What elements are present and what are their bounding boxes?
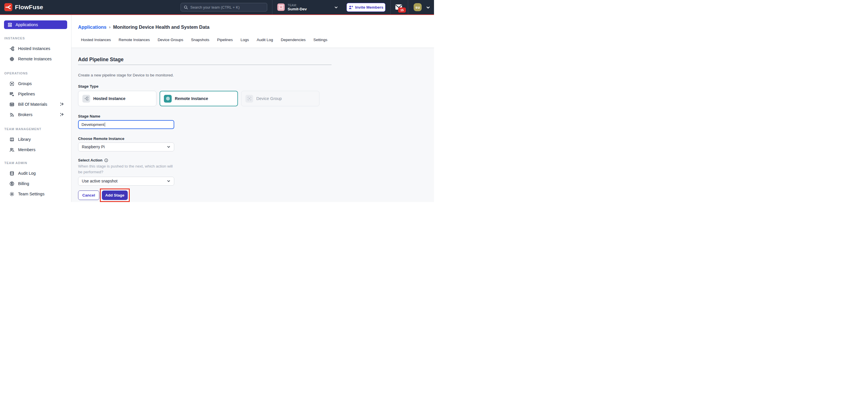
page-title: Monitoring Device Health and System Data bbox=[113, 24, 210, 30]
top-navbar: FlowFuse Search your team (CTRL + K) bbox=[0, 0, 434, 15]
sidebar-item-audit-log[interactable]: Audit Log bbox=[0, 168, 71, 178]
stage-type-remote-instance[interactable]: Remote Instance bbox=[160, 91, 238, 106]
applications-grid-icon bbox=[7, 22, 12, 27]
stage-name-input[interactable]: Development bbox=[78, 120, 174, 129]
remote-instance-select[interactable]: Raspberry Pi bbox=[78, 143, 174, 151]
add-stage-button[interactable]: Add Stage bbox=[102, 191, 128, 200]
brand-name: FlowFuse bbox=[15, 4, 43, 11]
notification-count-badge: 15 bbox=[398, 7, 406, 12]
team-name: Sumit-Dev bbox=[288, 7, 307, 11]
bill-of-materials-table-icon bbox=[9, 102, 14, 107]
search-icon bbox=[184, 5, 188, 9]
brand[interactable]: FlowFuse bbox=[4, 0, 43, 15]
audit-log-database-icon bbox=[9, 171, 14, 176]
sidebar-item-label: Hosted Instances bbox=[18, 46, 50, 51]
sidebar-item-bill-of-materials[interactable]: Bill Of Materials bbox=[0, 99, 71, 110]
sidebar-section-team-admin: TEAM ADMIN bbox=[4, 161, 71, 165]
brokers-rss-icon bbox=[9, 112, 14, 117]
team-switcher[interactable]: TEAM: Sumit-Dev bbox=[277, 3, 307, 11]
sidebar-item-label: Team Settings bbox=[18, 192, 44, 196]
sparkles-icon bbox=[60, 102, 64, 107]
gear-icon bbox=[9, 192, 14, 197]
select-action-help-text: When this stage is pushed to the next, w… bbox=[78, 164, 178, 175]
hosted-instance-icon bbox=[82, 95, 90, 103]
sidebar-item-billing[interactable]: Billing bbox=[0, 178, 71, 189]
select-action-label-text: Select Action bbox=[78, 158, 102, 163]
sidebar-item-label: Library bbox=[18, 137, 31, 142]
sidebar-item-label: Remote Instances bbox=[18, 57, 52, 61]
remote-instance-icon bbox=[164, 95, 172, 103]
form-actions: Cancel Add Stage bbox=[78, 189, 434, 202]
tab-settings[interactable]: Settings bbox=[313, 37, 328, 42]
sidebar-section-team-management: TEAM MANAGEMENT bbox=[4, 127, 71, 131]
breadcrumb-applications-link[interactable]: Applications bbox=[78, 24, 106, 30]
text-cursor bbox=[105, 122, 105, 127]
sidebar-item-team-settings[interactable]: Team Settings bbox=[0, 189, 71, 199]
sidebar-item-label: Bill Of Materials bbox=[18, 102, 48, 107]
sidebar-item-library[interactable]: Library bbox=[0, 134, 71, 145]
flowfuse-logo-icon bbox=[4, 3, 12, 11]
select-action-label: Select Action bbox=[78, 158, 434, 163]
cancel-button[interactable]: Cancel bbox=[78, 191, 99, 200]
sidebar-item-hosted-instances[interactable]: Hosted Instances bbox=[0, 44, 71, 54]
stage-type-device-group: Device Group bbox=[241, 91, 319, 106]
hosted-instances-branch-icon bbox=[9, 46, 14, 51]
sidebar-item-label: Groups bbox=[18, 81, 32, 86]
info-icon[interactable] bbox=[104, 158, 108, 162]
tab-remote-instances[interactable]: Remote Instances bbox=[119, 37, 150, 42]
sidebar-item-label: Brokers bbox=[18, 112, 32, 117]
stage-name-value: Development bbox=[82, 122, 104, 127]
form-description: Create a new pipeline stage for Device t… bbox=[78, 73, 434, 78]
sidebar-item-groups[interactable]: Groups bbox=[0, 79, 71, 89]
sidebar-section-instances: INSTANCES bbox=[4, 36, 71, 40]
sidebar-item-pipelines[interactable]: Pipelines bbox=[0, 89, 71, 99]
team-chevron-down-icon[interactable] bbox=[334, 5, 338, 9]
sidebar-item-members[interactable]: Members bbox=[0, 145, 71, 155]
tab-audit-log[interactable]: Audit Log bbox=[257, 37, 273, 42]
sidebar-item-label: Pipelines bbox=[18, 92, 35, 96]
action-value: Use active snapshot bbox=[82, 179, 117, 183]
breadcrumb: Applications › Monitoring Device Health … bbox=[78, 24, 434, 30]
action-select[interactable]: Use active snapshot bbox=[78, 177, 174, 185]
sidebar: Applications INSTANCES Hosted Instances bbox=[0, 15, 71, 202]
stage-type-option-label: Remote Instance bbox=[175, 96, 208, 101]
tab-device-groups[interactable]: Device Groups bbox=[158, 37, 183, 42]
tab-dependencies[interactable]: Dependencies bbox=[281, 37, 305, 42]
team-avatar bbox=[277, 3, 285, 11]
sidebar-item-remote-instances[interactable]: Remote Instances bbox=[0, 54, 71, 64]
divider bbox=[78, 65, 332, 65]
search-placeholder: Search your team (CTRL + K) bbox=[190, 5, 240, 9]
chevron-down-icon bbox=[167, 179, 170, 183]
sidebar-item-brokers[interactable]: Brokers bbox=[0, 110, 71, 120]
pipelines-icon bbox=[9, 92, 14, 96]
invite-members-label: Invite Members bbox=[355, 5, 383, 9]
billing-dollar-icon bbox=[9, 181, 14, 186]
device-group-icon bbox=[245, 95, 253, 103]
breadcrumb-separator: › bbox=[109, 24, 111, 30]
search-input[interactable]: Search your team (CTRL + K) bbox=[181, 3, 267, 11]
stage-type-hosted-instance[interactable]: Hosted Instance bbox=[78, 91, 156, 106]
remote-instance-value: Raspberry Pi bbox=[82, 145, 105, 149]
stage-name-label: Stage Name bbox=[78, 114, 434, 119]
tab-bar: Hosted Instances Remote Instances Device… bbox=[78, 37, 434, 42]
sidebar-item-label: Billing bbox=[18, 181, 29, 186]
person-plus-icon bbox=[348, 5, 353, 10]
user-menu-chevron-down-icon[interactable] bbox=[426, 5, 430, 10]
choose-remote-instance-label: Choose Remote Instance bbox=[78, 136, 434, 141]
user-avatar[interactable]: su bbox=[414, 3, 422, 11]
sparkles-icon bbox=[60, 112, 64, 117]
tab-logs[interactable]: Logs bbox=[241, 37, 249, 42]
sidebar-section-operations: OPERATIONS bbox=[4, 71, 71, 75]
sidebar-item-applications[interactable]: Applications bbox=[4, 20, 67, 29]
stage-type-option-label: Hosted Instance bbox=[93, 96, 125, 101]
nav-divider bbox=[408, 0, 408, 15]
stage-type-options: Hosted Instance Remote Instance bbox=[78, 91, 434, 106]
stage-type-label: Stage Type bbox=[78, 84, 434, 89]
tab-pipelines[interactable]: Pipelines bbox=[217, 37, 233, 42]
form-title: Add Pipeline Stage bbox=[78, 57, 434, 63]
library-book-icon bbox=[9, 137, 14, 142]
add-pipeline-stage-form: Add Pipeline Stage Create a new pipeline… bbox=[71, 48, 434, 202]
tab-hosted-instances[interactable]: Hosted Instances bbox=[81, 37, 111, 42]
invite-members-button[interactable]: Invite Members bbox=[346, 3, 385, 12]
tab-snapshots[interactable]: Snapshots bbox=[191, 37, 209, 42]
